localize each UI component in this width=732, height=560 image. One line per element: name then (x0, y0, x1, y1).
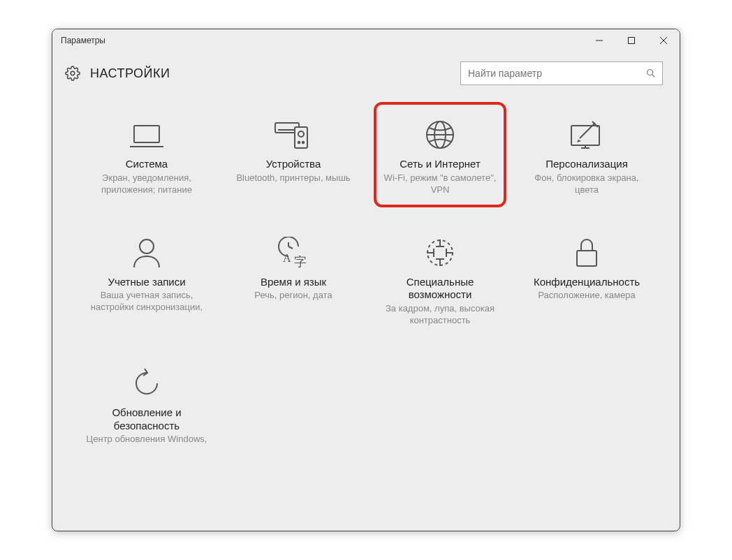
globe-icon (424, 112, 456, 151)
svg-rect-7 (134, 126, 159, 142)
tile-desc: Центр обновления Windows, (84, 434, 210, 445)
search-icon (645, 68, 657, 79)
time-language-icon: A 字 (276, 230, 311, 269)
tile-title: Конфиденциальность (534, 276, 640, 289)
tile-personalization[interactable]: Персонализация Фон, блокировка экрана, ц… (520, 112, 653, 196)
svg-text:A: A (283, 252, 291, 264)
accessibility-icon (424, 230, 456, 269)
tile-network-internet[interactable]: Сеть и Интернет Wi-Fi, режим "в самолете… (374, 102, 506, 207)
tile-desc: Wi-Fi, режим "в самолете", VPN (381, 172, 499, 196)
tile-update-security[interactable]: Обновление и безопасность Центр обновлен… (80, 360, 213, 445)
window-controls (583, 29, 680, 52)
tile-privacy[interactable]: Конфиденциальность Расположение, камера (520, 230, 653, 327)
page-title: НАСТРОЙКИ (90, 66, 170, 81)
system-icon (129, 112, 165, 151)
search-box[interactable] (460, 61, 663, 85)
tile-title: Учетные записи (108, 276, 185, 289)
svg-rect-1 (629, 38, 635, 44)
tile-title: Обновление и безопасность (80, 406, 213, 433)
header-row: НАСТРОЙКИ (52, 52, 680, 92)
close-button[interactable] (647, 29, 680, 52)
svg-point-14 (302, 142, 304, 143)
svg-line-6 (652, 75, 655, 78)
window-title: Параметры (61, 36, 105, 45)
minimize-button[interactable] (583, 29, 615, 52)
tiles-grid: Система Экран, уведомления, приложения; … (80, 112, 652, 445)
gear-icon (65, 66, 80, 81)
close-icon (659, 36, 668, 45)
update-icon (131, 360, 163, 399)
search-input[interactable] (468, 68, 645, 79)
svg-rect-27 (577, 251, 596, 266)
tile-devices[interactable]: Устройства Bluetooth, принтеры, мышь (227, 112, 360, 196)
tile-accessibility[interactable]: Специальные возможности За кадром, лупа,… (374, 230, 506, 327)
tile-accounts[interactable]: Учетные записи Ваша учетная запись, наст… (80, 230, 213, 327)
svg-point-5 (647, 70, 653, 75)
tile-desc: Речь, регион, дата (251, 290, 335, 302)
svg-rect-18 (571, 126, 599, 145)
content: Система Экран, уведомления, приложения; … (52, 92, 680, 531)
tile-system[interactable]: Система Экран, уведомления, приложения; … (80, 112, 213, 196)
tile-desc: За кадром, лупа, высокая контрастность (374, 303, 506, 327)
tile-title: Время и язык (261, 276, 326, 289)
tile-time-language[interactable]: A 字 Время и язык Речь, регион, дата (227, 230, 360, 327)
svg-point-4 (71, 71, 75, 75)
tile-desc: Bluetooth, принтеры, мышь (233, 172, 353, 184)
maximize-icon (627, 36, 636, 45)
header-left: НАСТРОЙКИ (65, 66, 170, 81)
lock-icon (573, 230, 601, 269)
accounts-icon (131, 230, 162, 269)
svg-text:字: 字 (294, 255, 307, 269)
tile-desc: Расположение, камера (535, 290, 638, 302)
settings-window: Параметры (52, 29, 680, 531)
tile-title: Персонализация (546, 158, 628, 171)
title-bar: Параметры (52, 29, 680, 52)
tile-title: Система (126, 158, 168, 171)
minimize-icon (595, 36, 603, 45)
tile-desc: Фон, блокировка экрана, цвета (520, 172, 653, 196)
svg-point-13 (298, 142, 300, 143)
tile-title: Устройства (266, 158, 321, 171)
devices-icon (274, 112, 313, 151)
svg-point-21 (140, 240, 154, 253)
tile-desc: Ваша учетная запись, настройки синхрониз… (80, 290, 213, 314)
personalization-icon (569, 112, 605, 151)
tile-title: Специальные возможности (374, 276, 506, 302)
svg-line-23 (288, 246, 293, 249)
tile-title: Сеть и Интернет (400, 158, 481, 171)
maximize-button[interactable] (615, 29, 647, 52)
tile-desc: Экран, уведомления, приложения; питание (80, 172, 213, 196)
